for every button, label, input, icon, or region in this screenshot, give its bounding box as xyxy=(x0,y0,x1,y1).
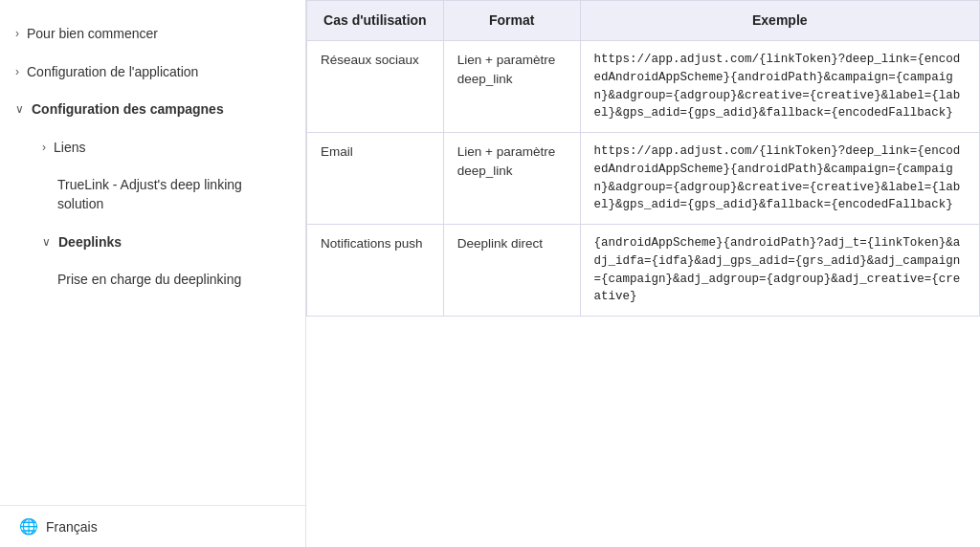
cell-cas: Email xyxy=(307,133,444,225)
chevron-icon: › xyxy=(15,26,19,42)
sidebar-item-label: Deeplinks xyxy=(58,233,286,252)
sidebar-item-label: Configuration des campagnes xyxy=(32,100,286,120)
header-exemple: Exemple xyxy=(580,1,979,41)
header-cas: Cas d'utilisation xyxy=(307,1,444,41)
sidebar-item-label: Liens xyxy=(54,139,286,158)
chevron-icon: › xyxy=(42,140,46,156)
sidebar-item-pour-bien-commencer[interactable]: ›Pour bien commencer xyxy=(0,15,305,54)
cell-exemple: https://app.adjust.com/{linkToken}?deep_… xyxy=(580,133,979,225)
sidebar-item-configuration-campagnes[interactable]: ∨Configuration des campagnes xyxy=(0,91,305,129)
chevron-icon: ∨ xyxy=(15,101,24,118)
sidebar-nav: ›Pour bien commencer›Configuration de l'… xyxy=(0,0,305,505)
sidebar-footer[interactable]: 🌐 Français xyxy=(0,505,305,547)
cell-format: Deeplink direct xyxy=(443,225,580,317)
sidebar-item-truelink[interactable]: TrueLink - Adjust's deep linking solutio… xyxy=(0,166,305,223)
sidebar-item-label: TrueLink - Adjust's deep linking solutio… xyxy=(57,176,286,213)
sidebar: ›Pour bien commencer›Configuration de l'… xyxy=(0,0,306,547)
table-row: Notifications pushDeeplink direct{androi… xyxy=(307,225,980,317)
table-header-row: Cas d'utilisation Format Exemple xyxy=(307,1,980,41)
chevron-icon: › xyxy=(15,64,19,80)
cell-format: Lien + paramètre deep_link xyxy=(443,41,580,133)
cell-exemple: {androidAppScheme}{androidPath}?adj_t={l… xyxy=(580,225,979,317)
cell-exemple: https://app.adjust.com/{linkToken}?deep_… xyxy=(580,41,979,133)
sidebar-item-label: Prise en charge du deeplinking xyxy=(57,271,286,290)
chevron-icon: ∨ xyxy=(42,234,51,251)
sidebar-item-liens[interactable]: ›Liens xyxy=(0,129,305,167)
header-format: Format xyxy=(443,1,580,41)
sidebar-item-prise-en-charge[interactable]: Prise en charge du deeplinking xyxy=(0,261,305,299)
cell-cas: Notifications push xyxy=(307,225,444,317)
globe-icon: 🌐 xyxy=(19,517,38,536)
usage-table: Cas d'utilisation Format Exemple Réseaux… xyxy=(306,0,980,317)
cell-cas: Réseaux sociaux xyxy=(307,41,444,133)
main-content: Cas d'utilisation Format Exemple Réseaux… xyxy=(306,0,980,547)
sidebar-item-deeplinks[interactable]: ∨Deeplinks xyxy=(0,224,305,262)
sidebar-item-label: Pour bien commencer xyxy=(27,25,286,44)
table-row: Réseaux sociauxLien + paramètre deep_lin… xyxy=(307,41,980,133)
cell-format: Lien + paramètre deep_link xyxy=(443,133,580,225)
table-row: EmailLien + paramètre deep_linkhttps://a… xyxy=(307,133,980,225)
language-label[interactable]: Français xyxy=(46,519,98,535)
sidebar-item-configuration-application[interactable]: ›Configuration de l'application xyxy=(0,54,305,92)
sidebar-item-label: Configuration de l'application xyxy=(27,63,286,82)
